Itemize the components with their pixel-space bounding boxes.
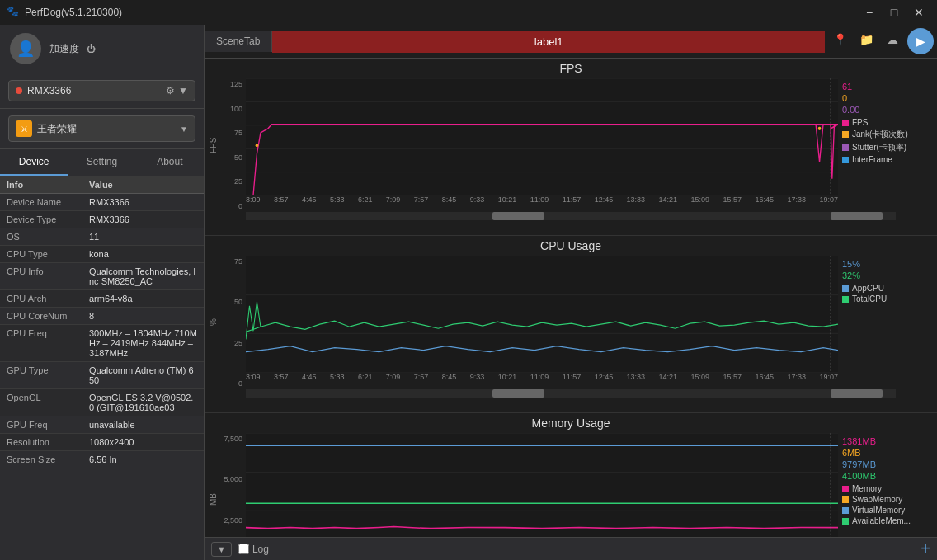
- folder-icon-button[interactable]: 📁: [855, 28, 878, 51]
- fps-chart-area: FPS 1251007550250: [205, 78, 937, 212]
- cpu-scrollbar-thumb[interactable]: [492, 389, 544, 398]
- main-layout: 👤 加速度 ⏻ RMX3366 ⚙ ▼ ⚔ 王者荣耀 ▼: [0, 25, 937, 560]
- topbar-icons: 📍 📁 ☁ ▶: [825, 25, 937, 58]
- memory-chart-inner: 7,5005,0002,5000: [221, 433, 937, 537]
- fps-legend-jank: Jank(卡顿次数): [842, 129, 930, 140]
- cpu-chart-section: CPU Usage % 7550250: [205, 236, 937, 413]
- cloud-icon-button[interactable]: ☁: [881, 28, 904, 51]
- fps-val1: 61: [842, 82, 930, 92]
- memory-chart-area: MB 7,5005,0002,5000: [205, 433, 937, 537]
- app-icon: 🐾: [7, 6, 20, 19]
- cpu-y-axis: 7550250: [221, 256, 246, 389]
- appcpu-color-dot: [842, 285, 849, 292]
- table-row: OS11: [0, 228, 204, 246]
- log-checkbox[interactable]: Log: [238, 544, 269, 555]
- mem-legend-swap: SwapMemory: [842, 495, 930, 504]
- table-cell-value: RMX3366: [82, 211, 204, 228]
- fps-legend-fps: FPS: [842, 118, 930, 127]
- cpu-val1: 15%: [842, 259, 930, 269]
- table-cell-key: CPU CoreNum: [0, 308, 82, 324]
- table-cell-value: kona: [82, 246, 204, 262]
- table-cell-value: 300MHz – 1804MHz 710MHz – 2419MHz 844MHz…: [82, 325, 204, 361]
- table-row: Resolution1080x2400: [0, 434, 204, 451]
- fps-val2: 0: [842, 93, 930, 103]
- table-cell-value: arm64-v8a: [82, 290, 204, 307]
- table-cell-value: 6.56 In: [82, 451, 204, 468]
- tab-setting[interactable]: Setting: [68, 149, 135, 176]
- fps-val3: 0.00: [842, 105, 930, 115]
- tab-device[interactable]: Device: [0, 149, 68, 176]
- sidebar-user: 👤 加速度 ⏻: [0, 25, 204, 73]
- log-label: Log: [252, 544, 269, 555]
- app-section: ⚔ 王者荣耀 ▼: [0, 109, 204, 149]
- close-button[interactable]: ✕: [907, 4, 930, 21]
- table-cell-value: Qualcomm Technologies, Inc SM8250_AC: [82, 263, 204, 289]
- cpu-legend-total: TotalCPU: [842, 294, 930, 304]
- device-select[interactable]: RMX3366 ⚙ ▼: [8, 80, 195, 101]
- table-cell-key: Resolution: [0, 434, 82, 450]
- mem-legend-virtual: VirtualMemory: [842, 506, 930, 515]
- memory-color-dot: [842, 486, 849, 492]
- cpu-x-axis: 3:093:574:455:336:217:097:578:459:3310:2…: [246, 373, 838, 389]
- cpu-chart-area: % 7550250: [205, 256, 937, 389]
- table-cell-value: unavailable: [82, 416, 204, 433]
- svg-point-6: [256, 144, 259, 147]
- table-row: CPU Archarm64-v8a: [0, 290, 204, 308]
- stutter-color-dot: [842, 144, 849, 151]
- cpu-y-label: %: [205, 256, 221, 389]
- cpu-scrollbar[interactable]: [246, 389, 896, 398]
- device-status-dot: [16, 87, 22, 94]
- fps-legend-interframe: InterFrame: [842, 155, 930, 164]
- down-icon-button[interactable]: ▼: [211, 542, 232, 557]
- minimize-button[interactable]: −: [858, 4, 881, 21]
- maximize-button[interactable]: □: [883, 4, 906, 21]
- fps-legend: 61 0 0.00 FPS Jank(卡顿次数): [839, 78, 934, 195]
- col-header-info: Info: [0, 176, 82, 193]
- table-cell-value: 11: [82, 228, 204, 245]
- log-checkbox-input[interactable]: [238, 544, 249, 554]
- cpu-canvas: [246, 256, 838, 373]
- fps-y-axis: 1251007550250: [221, 78, 246, 212]
- fps-scrollbar[interactable]: [246, 212, 896, 220]
- memory-chart-title: Memory Usage: [205, 413, 937, 433]
- location-icon-button[interactable]: 📍: [828, 28, 851, 51]
- memory-chart-section: Memory Usage MB 7,5005,0002,5000: [205, 413, 937, 537]
- fps-chart-section: FPS FPS 1251007550250: [205, 59, 937, 236]
- device-icons: ⚙ ▼: [166, 85, 188, 96]
- fps-color-dot: [842, 120, 849, 126]
- tab-about[interactable]: About: [136, 149, 204, 176]
- table-cell-key: Device Type: [0, 211, 82, 228]
- table-row: CPU InfoQualcomm Technologies, Inc SM825…: [0, 263, 204, 290]
- mem-legend-avail: AvailableMem...: [842, 516, 930, 525]
- play-button[interactable]: ▶: [907, 28, 934, 54]
- title-bar-title: PerfDog(v5.1.210300): [25, 7, 858, 18]
- table-cell-value: OpenGL ES 3.2 V@0502.0 (GIT@191610ae03: [82, 389, 204, 416]
- cpu-chart-inner: 7550250: [221, 256, 937, 389]
- fps-scrollbar-thumb-right[interactable]: [831, 212, 883, 220]
- swap-color-dot: [842, 496, 849, 503]
- table-header: Info Value: [0, 176, 204, 194]
- avail-color-dot: [842, 518, 849, 525]
- bottom-bar: ▼ Log +: [205, 537, 937, 560]
- table-row: CPU Freq300MHz – 1804MHz 710MHz – 2419MH…: [0, 325, 204, 362]
- table-cell-key: CPU Type: [0, 246, 82, 262]
- content-topbar: SceneTab label1 📍 📁 ☁ ▶: [205, 25, 937, 59]
- app-icon-thumb: ⚔: [16, 120, 32, 137]
- sidebar-table: Info Value Device NameRMX3366Device Type…: [0, 176, 204, 560]
- device-section: RMX3366 ⚙ ▼: [0, 73, 204, 109]
- app-select[interactable]: ⚔ 王者荣耀 ▼: [8, 115, 195, 142]
- fps-scrollbar-thumb[interactable]: [492, 212, 544, 220]
- plus-button[interactable]: +: [921, 539, 930, 558]
- svg-point-7: [818, 127, 822, 130]
- memory-y-axis: 7,5005,0002,5000: [221, 433, 246, 537]
- cpu-scrollbar-thumb-right[interactable]: [831, 389, 883, 398]
- table-row: Device TypeRMX3366: [0, 211, 204, 228]
- label-bar: label1: [272, 31, 825, 53]
- memory-y-label: MB: [205, 433, 221, 537]
- sidebar-username: 加速度 ⏻: [49, 42, 96, 56]
- device-settings-icon[interactable]: ⚙: [166, 85, 175, 96]
- title-bar: 🐾 PerfDog(v5.1.210300) − □ ✕: [0, 0, 937, 25]
- table-cell-value: Qualcomm Adreno (TM) 650: [82, 362, 204, 388]
- table-cell-key: CPU Info: [0, 263, 82, 289]
- device-chevron-icon[interactable]: ▼: [178, 85, 188, 96]
